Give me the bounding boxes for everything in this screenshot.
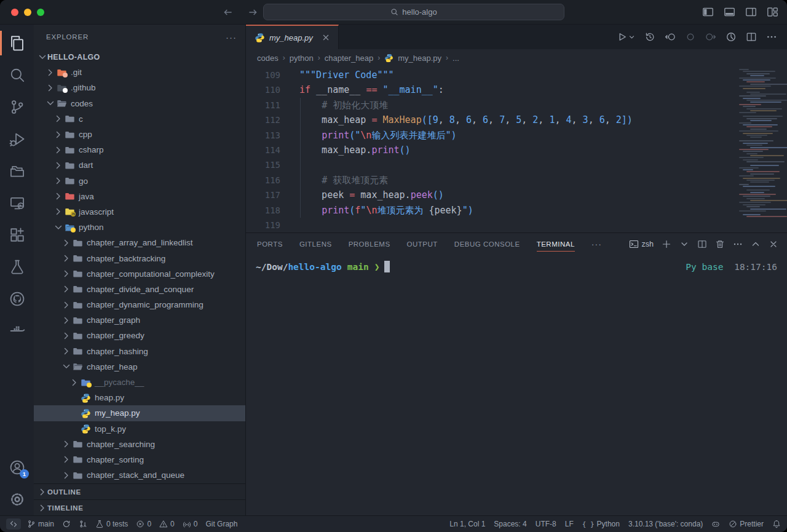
tree-item-chapter-graph[interactable]: chapter_graph (34, 312, 245, 328)
status-language-mode[interactable]: { }Python (582, 520, 620, 528)
breadcrumb-item--[interactable]: ... (453, 54, 459, 63)
sidebar-section-timeline[interactable]: TIMELINE (34, 499, 245, 515)
status-copilot[interactable] (711, 520, 720, 528)
status-encoding[interactable]: UTF-8 (536, 520, 556, 528)
panel-tab-output[interactable]: OUTPUT (407, 233, 438, 255)
tree-item-javascript[interactable]: JSjavascript (34, 204, 245, 220)
status-git-graph[interactable]: Git Graph (205, 520, 237, 528)
tree-item-chapter-array-and-linkedlist[interactable]: chapter_array_and_linkedlist (34, 235, 245, 250)
tree-item--git[interactable]: .git (34, 65, 245, 80)
tree-item-chapter-divide-and-conquer[interactable]: chapter_divide_and_conquer (34, 282, 245, 297)
tree-item-chapter-computational-complexity[interactable]: chapter_computational_complexity (34, 266, 245, 282)
split-editor-icon[interactable] (746, 31, 757, 42)
status-indentation[interactable]: Spaces: 4 (494, 520, 526, 528)
panel-tab-gitlens[interactable]: GITLENS (299, 233, 332, 255)
breadcrumb-item-chapter-heap[interactable]: chapter_heap (325, 54, 374, 63)
run-dropdown-icon[interactable] (628, 34, 635, 41)
tree-item-dart[interactable]: dart (34, 157, 245, 173)
file-history-icon[interactable] (644, 31, 655, 42)
activity-bar-item-remote-explorer[interactable] (0, 187, 34, 219)
panel-tab-debug-console[interactable]: DEBUG CONSOLE (454, 233, 520, 255)
tree-item-my-heap-py[interactable]: my_heap.py (34, 405, 245, 421)
tree-item-java[interactable]: java (34, 189, 245, 204)
status-remote[interactable] (6, 518, 21, 530)
breadcrumb-item-python[interactable]: python (290, 54, 314, 63)
run-python-file-icon[interactable] (616, 31, 627, 42)
tab-my-heap-py[interactable]: my_heap.py (246, 25, 339, 49)
open-changes-icon[interactable] (685, 31, 696, 42)
tree-item-chapter-backtracking[interactable]: chapter_backtracking (34, 250, 245, 266)
close-button[interactable] (11, 9, 18, 16)
toggle-secondary-sidebar-icon[interactable] (745, 6, 757, 18)
status-cursor-position[interactable]: Ln 1, Col 1 (449, 520, 485, 528)
open-changes-previous-icon[interactable] (665, 31, 676, 42)
activity-bar-item-source-control[interactable] (0, 91, 34, 123)
navigate-forward-icon[interactable] (247, 7, 258, 18)
navigate-back-icon[interactable] (223, 7, 234, 18)
tree-item-chapter-sorting[interactable]: chapter_sorting (34, 452, 245, 467)
tree-item--pycache-[interactable]: __pycache__ (34, 375, 245, 390)
activity-bar-item-search[interactable] (0, 59, 34, 91)
panel-tab-problems[interactable]: PROBLEMS (349, 233, 390, 255)
toggle-primary-sidebar-icon[interactable] (702, 6, 714, 18)
tree-item-csharp[interactable]: csharp (34, 142, 245, 157)
close-panel-icon[interactable] (769, 239, 778, 249)
sidebar-section-outline[interactable]: OUTLINE (34, 483, 245, 499)
tree-item-hello-algo[interactable]: HELLO-ALGO (34, 49, 245, 65)
activity-bar-item-explorer[interactable] (0, 27, 34, 59)
tree-item-cpp[interactable]: cpp (34, 127, 245, 142)
status-gitlens[interactable] (79, 520, 87, 528)
code-editor[interactable]: 109"""Driver Code"""110if __name__ == "_… (246, 66, 787, 232)
status-warnings[interactable]: 0 (159, 520, 175, 528)
breadcrumb-item-my-heap-py[interactable]: my_heap.py (398, 54, 441, 63)
minimap[interactable] (735, 66, 787, 217)
activity-bar-item-project-manager[interactable] (0, 155, 34, 187)
terminal-dropdown-icon[interactable] (679, 239, 689, 249)
tree-item-top-k-py[interactable]: top_k.py (34, 421, 245, 437)
status-python-interpreter[interactable]: 3.10.13 ('base': conda) (628, 520, 703, 528)
status-tests[interactable]: 0 tests (95, 520, 128, 528)
status-sync[interactable] (62, 520, 71, 528)
tree-item--github[interactable]: .github (34, 80, 245, 95)
tree-item-chapter-searching[interactable]: chapter_searching (34, 437, 245, 452)
activity-bar-item-accounts[interactable]: 1 (0, 451, 34, 483)
panel-tab-terminal[interactable]: TERMINAL (537, 233, 575, 255)
kill-terminal-icon[interactable] (715, 239, 725, 249)
status-branch[interactable]: main (27, 520, 54, 528)
activity-bar-item-run-and-debug[interactable] (0, 123, 34, 155)
status-errors[interactable]: 0 (136, 520, 151, 528)
status-prettier[interactable]: Prettier (729, 520, 764, 528)
tree-item-python[interactable]: python (34, 220, 245, 235)
explorer-more-actions-icon[interactable]: ··· (226, 32, 237, 42)
tree-item-chapter-heap[interactable]: chapter_heap (34, 359, 245, 375)
terminal[interactable]: ~/Dow/hello-algomain❯ Py base 18:17:16 (246, 255, 787, 515)
customize-layout-icon[interactable] (767, 6, 778, 18)
close-tab-icon[interactable] (321, 33, 331, 42)
panel-tabs-more-icon[interactable]: ··· (591, 239, 602, 249)
tree-item-chapter-stack-and-queue[interactable]: chapter_stack_and_queue (34, 467, 245, 483)
activity-bar-item-settings[interactable] (0, 483, 34, 515)
status-ports[interactable]: 0 (183, 520, 198, 528)
activity-bar-item-docker[interactable] (0, 315, 34, 347)
more-actions-icon[interactable] (733, 239, 743, 249)
activity-bar-item-extensions[interactable] (0, 219, 34, 251)
activity-bar-item-testing[interactable] (0, 251, 34, 283)
more-actions-icon[interactable] (766, 31, 777, 42)
tree-item-codes[interactable]: codes (34, 96, 245, 111)
open-changes-next-icon[interactable] (705, 31, 716, 42)
zoom-button[interactable] (37, 9, 44, 16)
gitlens-file-annotations-icon[interactable] (726, 31, 737, 42)
activity-bar-item-github[interactable] (0, 283, 34, 315)
minimize-button[interactable] (24, 9, 31, 16)
split-terminal-icon[interactable] (697, 239, 707, 249)
status-notifications[interactable] (772, 520, 781, 528)
toggle-panel-icon[interactable] (724, 6, 735, 18)
panel-tab-ports[interactable]: PORTS (257, 233, 283, 255)
tree-item-c[interactable]: c (34, 111, 245, 127)
tree-item-chapter-greedy[interactable]: chapter_greedy (34, 328, 245, 343)
command-center-search[interactable]: hello-algo (263, 4, 564, 20)
status-eol[interactable]: LF (565, 520, 574, 528)
tree-item-heap-py[interactable]: heap.py (34, 390, 245, 405)
tree-item-chapter-dynamic-programming[interactable]: chapter_dynamic_programming (34, 297, 245, 312)
new-terminal-icon[interactable] (662, 239, 671, 249)
